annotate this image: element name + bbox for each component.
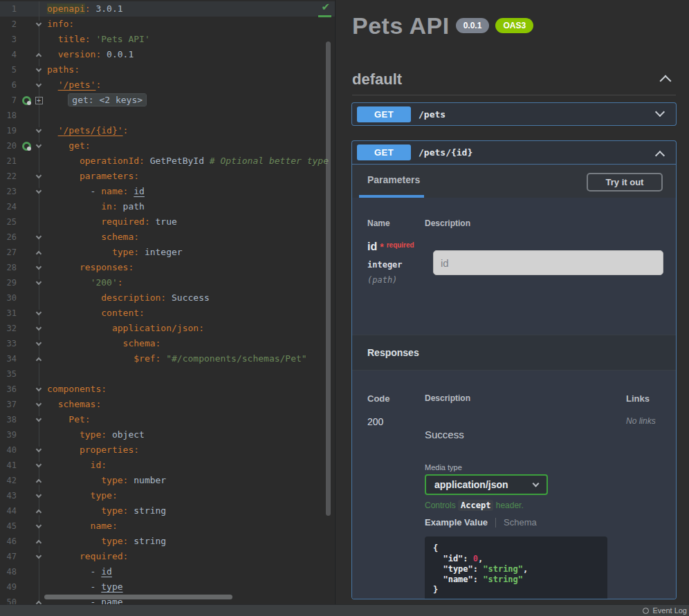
yaml-editor[interactable]: 1openapi: 3.0.12info:3 title: 'Pets API'… — [0, 0, 336, 604]
code-line-23[interactable]: 23 - name: id — [0, 184, 335, 199]
fold-open-icon[interactable] — [36, 263, 42, 269]
fold-open-icon[interactable] — [36, 324, 42, 330]
fold-gutter — [33, 290, 44, 306]
fold-open-icon[interactable] — [36, 339, 42, 345]
code-line-48[interactable]: 48 - id — [0, 564, 335, 579]
fold-open-icon[interactable] — [36, 66, 42, 71]
code-line-29[interactable]: 29 '200': — [0, 275, 335, 290]
fold-open-icon[interactable] — [36, 81, 42, 86]
code-line-45[interactable]: 45 name: — [0, 519, 335, 534]
line-number: 21 — [0, 153, 21, 169]
chevron-down-icon — [533, 480, 540, 487]
fold-open-icon[interactable] — [36, 400, 42, 406]
code-line-3[interactable]: 3 title: 'Pets API' — [0, 32, 335, 47]
code-line-40[interactable]: 40 properties: — [0, 442, 335, 458]
code-line-21[interactable]: 21 operationId: GetPetById # Optional be… — [0, 153, 335, 169]
fold-open-icon[interactable] — [36, 461, 42, 467]
response-description: Success — [425, 429, 464, 440]
code-line-4[interactable]: 4 version: 0.0.1 — [0, 47, 335, 62]
gutter-icon-cell — [21, 336, 33, 351]
fold-open-icon[interactable] — [36, 127, 42, 132]
event-log-button[interactable]: Event Log — [643, 606, 687, 615]
code-line-33[interactable]: 33 schema: — [0, 336, 335, 351]
fold-open-icon[interactable] — [36, 142, 42, 147]
code-line-43[interactable]: 43 type: — [0, 488, 335, 503]
code-line-18[interactable]: 18 — [0, 108, 335, 123]
code-line-41[interactable]: 41 id: — [0, 458, 335, 473]
code-line-6[interactable]: 6 '/pets': — [0, 77, 335, 93]
opblock-get-pets-header[interactable]: GET /pets — [352, 103, 676, 127]
code-line-5[interactable]: 5paths: — [0, 62, 335, 77]
code-line-1[interactable]: 1openapi: 3.0.1 — [0, 1, 335, 17]
fold-open-icon[interactable] — [36, 416, 42, 421]
fold-open-icon[interactable] — [36, 492, 42, 497]
code-line-39[interactable]: 39 type: object — [0, 427, 335, 442]
code-line-47[interactable]: 47 required: — [0, 549, 335, 564]
code-line-49[interactable]: 49 - type — [0, 579, 335, 595]
code-line-30[interactable]: 30 description: Success — [0, 290, 335, 306]
fold-open-icon[interactable] — [36, 385, 42, 391]
fold-end-icon[interactable] — [36, 478, 42, 484]
editor-horizontal-scrollbar[interactable] — [44, 595, 232, 599]
fold-gutter — [33, 488, 44, 503]
collapse-section-icon[interactable] — [660, 75, 672, 87]
code-line-42[interactable]: 42 type: number — [0, 473, 335, 488]
fold-end-icon[interactable] — [36, 250, 42, 256]
code-line-26[interactable]: 26 schema: — [0, 230, 335, 245]
fold-open-icon[interactable] — [36, 279, 42, 284]
fold-open-icon[interactable] — [36, 522, 42, 528]
fold-open-icon[interactable] — [36, 233, 42, 239]
chevron-up-icon[interactable] — [655, 151, 665, 160]
code-line-46[interactable]: 46 type: string — [0, 534, 335, 549]
fold-end-icon[interactable] — [36, 53, 42, 58]
inspection-ok-icon[interactable]: ✔ — [321, 1, 330, 13]
tag-section-header[interactable]: default — [352, 69, 670, 90]
code-line-37[interactable]: 37 schemas: — [0, 397, 335, 412]
tab-example-value[interactable]: Example Value — [425, 517, 488, 528]
code-line-44[interactable]: 44 type: string — [0, 503, 335, 519]
fold-expand-icon[interactable]: + — [35, 97, 43, 104]
fold-gutter — [33, 366, 44, 382]
fold-open-icon[interactable] — [36, 446, 42, 451]
code-line-35[interactable]: 35 — [0, 366, 335, 382]
gutter-icon-cell — [21, 1, 33, 17]
code-line-24[interactable]: 24 in: path — [0, 199, 335, 214]
chevron-down-icon[interactable] — [655, 107, 665, 117]
tab-parameters[interactable]: Parameters — [367, 174, 420, 185]
fold-gutter — [33, 321, 44, 336]
fold-open-icon[interactable] — [36, 187, 42, 193]
code-line-36[interactable]: 36components: — [0, 382, 335, 397]
code-line-32[interactable]: 32 application/json: — [0, 321, 335, 336]
fold-open-icon[interactable] — [36, 309, 42, 315]
code-line-22[interactable]: 22 parameters: — [0, 169, 335, 184]
code-line-25[interactable]: 25 required: true — [0, 214, 335, 230]
tab-schema[interactable]: Schema — [504, 517, 537, 528]
code-line-2[interactable]: 2info: — [0, 17, 335, 32]
code-line-28[interactable]: 28 responses: — [0, 260, 335, 275]
opblock-get-pet-by-id-header[interactable]: GET /pets/{id} — [352, 141, 676, 165]
fold-open-icon[interactable] — [36, 20, 42, 26]
fold-open-icon[interactable] — [36, 172, 42, 178]
fold-gutter — [33, 32, 44, 47]
endpoint-gutter-icon[interactable] — [22, 96, 31, 105]
code-text: properties: — [44, 442, 139, 458]
code-line-38[interactable]: 38 Pet: — [0, 412, 335, 427]
fold-gutter — [33, 382, 44, 397]
code-line-34[interactable]: 34 $ref: "#/components/schemas/Pet" — [0, 351, 335, 366]
fold-open-icon[interactable] — [36, 552, 42, 558]
editor-vertical-scrollbar[interactable] — [326, 41, 331, 516]
code-line-31[interactable]: 31 content: — [0, 306, 335, 321]
media-type-select[interactable]: application/json — [425, 474, 548, 495]
fold-gutter — [33, 534, 44, 549]
fold-end-icon[interactable] — [36, 509, 42, 514]
param-id-input[interactable] — [433, 250, 663, 275]
try-it-out-button[interactable]: Try it out — [587, 173, 663, 192]
code-line-19[interactable]: 19 '/pets/{id}': — [0, 123, 335, 138]
code-line-20[interactable]: 20 get: — [0, 138, 335, 153]
code-line-27[interactable]: 27 type: integer — [0, 245, 335, 260]
code-line-7[interactable]: 7+ get: <2 keys> — [0, 93, 335, 108]
gutter-icon-cell — [21, 595, 33, 604]
fold-end-icon[interactable] — [36, 539, 42, 545]
endpoint-gutter-icon[interactable] — [22, 142, 31, 151]
fold-end-icon[interactable] — [36, 357, 42, 362]
